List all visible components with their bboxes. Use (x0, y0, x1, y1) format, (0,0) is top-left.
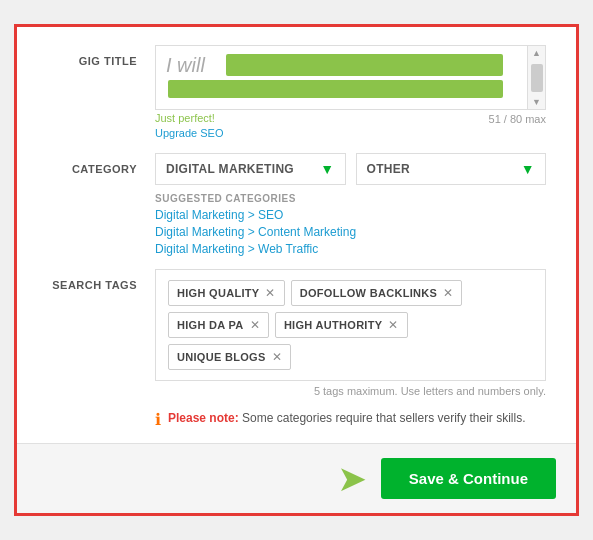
gig-title-block1 (226, 54, 503, 76)
tag-high-quality-remove[interactable]: ✕ (265, 286, 275, 300)
char-count: 51 / 80 max (489, 113, 546, 139)
category-content: DIGITAL MARKETING ▼ OTHER ▼ SUGGESTED CA… (155, 153, 546, 259)
title-meta: Just perfect! Upgrade SEO 51 / 80 max (155, 110, 546, 139)
gig-title-block2 (168, 80, 503, 98)
suggestion-3[interactable]: Digital Marketing > Web Traffic (155, 242, 546, 256)
suggested-categories: SUGGESTED CATEGORIES Digital Marketing >… (155, 193, 546, 256)
gig-title-placeholder: I will (166, 54, 205, 77)
gig-title-row: GIG TITLE I will ▲ ▼ Jus (47, 45, 546, 139)
gig-title-box: I will ▲ ▼ (155, 45, 546, 110)
main-container: GIG TITLE I will ▲ ▼ Jus (14, 24, 579, 516)
just-perfect-text: Just perfect! (155, 112, 215, 124)
tag-unique-blogs: UNIQUE BLOGS ✕ (168, 344, 291, 370)
scrollbar[interactable]: ▲ ▼ (527, 46, 545, 109)
tag-high-da-pa: HIGH DA PA ✕ (168, 312, 269, 338)
tag-high-authority-remove[interactable]: ✕ (388, 318, 398, 332)
note-text: Please note: Some categories require tha… (168, 411, 525, 425)
search-tags-label: SEARCH TAGS (47, 269, 137, 291)
tag-high-authority: HIGH AUTHORITY ✕ (275, 312, 408, 338)
category-secondary-arrow: ▼ (521, 161, 535, 177)
note-body: Some categories require that sellers ver… (239, 411, 526, 425)
tag-high-da-pa-remove[interactable]: ✕ (250, 318, 260, 332)
tag-dofollow-remove[interactable]: ✕ (443, 286, 453, 300)
note-icon: ℹ (155, 410, 161, 429)
category-row: CATEGORY DIGITAL MARKETING ▼ OTHER ▼ SUG… (47, 153, 546, 259)
tag-unique-blogs-remove[interactable]: ✕ (272, 350, 282, 364)
search-tags-row: SEARCH TAGS HIGH QUALITY ✕ DOFOLLOW BACK… (47, 269, 546, 397)
upgrade-seo-link[interactable]: Upgrade SEO (155, 127, 223, 139)
search-tags-content: HIGH QUALITY ✕ DOFOLLOW BACKLINKS ✕ HIGH… (155, 269, 546, 397)
save-continue-button[interactable]: Save & Continue (381, 458, 556, 499)
suggested-label: SUGGESTED CATEGORIES (155, 193, 546, 204)
tag-high-quality-text: HIGH QUALITY (177, 287, 259, 299)
category-primary-arrow: ▼ (320, 161, 334, 177)
suggestion-2[interactable]: Digital Marketing > Content Marketing (155, 225, 546, 239)
gig-title-content: I will ▲ ▼ Just perfect! Upgrade SEO (155, 45, 546, 139)
note-row: ℹ Please note: Some categories require t… (155, 411, 546, 429)
footer-bar: ➤ Save & Continue (17, 443, 576, 513)
tags-box[interactable]: HIGH QUALITY ✕ DOFOLLOW BACKLINKS ✕ HIGH… (155, 269, 546, 381)
suggestion-1[interactable]: Digital Marketing > SEO (155, 208, 546, 222)
tag-dofollow: DOFOLLOW BACKLINKS ✕ (291, 280, 463, 306)
tag-high-quality: HIGH QUALITY ✕ (168, 280, 285, 306)
gig-title-label: GIG TITLE (47, 45, 137, 67)
arrow-right-icon: ➤ (337, 461, 367, 497)
select-group: DIGITAL MARKETING ▼ OTHER ▼ (155, 153, 546, 185)
category-primary-select[interactable]: DIGITAL MARKETING ▼ (155, 153, 346, 185)
tags-hint: 5 tags maximum. Use letters and numbers … (155, 385, 546, 397)
note-label: Please note: (168, 411, 239, 425)
scroll-up-icon[interactable]: ▲ (532, 48, 541, 58)
tag-dofollow-text: DOFOLLOW BACKLINKS (300, 287, 437, 299)
category-primary-value: DIGITAL MARKETING (166, 162, 294, 176)
tag-unique-blogs-text: UNIQUE BLOGS (177, 351, 266, 363)
scrollbar-thumb[interactable] (531, 64, 543, 92)
category-secondary-select[interactable]: OTHER ▼ (356, 153, 547, 185)
tag-high-da-pa-text: HIGH DA PA (177, 319, 244, 331)
category-label: CATEGORY (47, 153, 137, 175)
scroll-down-icon[interactable]: ▼ (532, 97, 541, 107)
tag-high-authority-text: HIGH AUTHORITY (284, 319, 383, 331)
category-secondary-value: OTHER (367, 162, 411, 176)
